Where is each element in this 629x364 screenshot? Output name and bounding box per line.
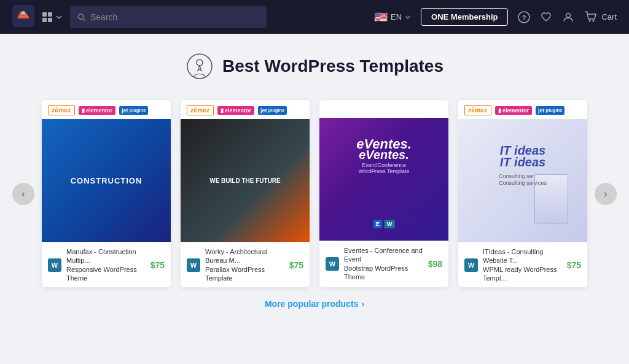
more-link-section: More popular products › — [12, 298, 617, 309]
product-badges: . — [319, 100, 448, 118]
product-price: $75 — [150, 260, 165, 270]
product-card[interactable]: zēmez ▮ elementor jetplugins IT ideas Co… — [458, 100, 587, 287]
carousel-prev-button[interactable]: ‹ — [12, 183, 34, 205]
svg-point-10 — [566, 13, 571, 17]
more-products-link[interactable]: More popular products › — [265, 299, 364, 309]
chevron-down-icon — [55, 14, 63, 21]
product-image-construction — [42, 119, 171, 242]
product-image-itideas: IT ideas Consulting services — [458, 119, 587, 242]
product-info: W Eventes - Conference and Event Bootstr… — [319, 241, 448, 286]
jet-badge: jetplugins — [258, 106, 287, 115]
logo[interactable] — [12, 5, 34, 29]
jet-badge: jetplugins — [119, 106, 148, 115]
svg-rect-3 — [48, 12, 52, 17]
membership-button[interactable]: ONE Membership — [421, 8, 508, 26]
product-badges: zēmez ▮ elementor jetplugins — [181, 100, 310, 119]
product-badges: zēmez ▮ elementor jetplugins — [458, 100, 587, 119]
product-badges: zēmez ▮ elementor jetplugins — [42, 100, 171, 119]
page-title: Best WordPress Templates — [222, 56, 443, 76]
product-name: Worky - Architectural Bureau M... Parall… — [205, 247, 284, 282]
product-image-worky — [181, 119, 310, 242]
more-products-label: More popular products — [265, 299, 358, 309]
product-info: W ITIdeas - Consulting Website T... WPML… — [458, 242, 587, 287]
svg-rect-2 — [42, 12, 47, 17]
svg-point-1 — [21, 11, 25, 15]
more-products-arrow: › — [361, 299, 364, 309]
header: 🇺🇸 EN ONE Membership ? — [0, 0, 629, 34]
product-price: $75 — [567, 260, 581, 270]
lang-label: EN — [391, 12, 402, 21]
search-icon — [77, 13, 85, 21]
flag-icon: 🇺🇸 — [374, 10, 388, 24]
product-card[interactable]: . eVentes. Event/ConferenceWordPress Tem… — [319, 100, 448, 287]
header-right: 🇺🇸 EN ONE Membership ? — [374, 8, 617, 26]
jet-badge: jetplugins — [536, 106, 565, 115]
wishlist-icon[interactable] — [540, 11, 552, 23]
product-name: Manufax - Construction Multip... Respons… — [66, 247, 146, 282]
svg-rect-4 — [42, 18, 47, 22]
svg-rect-5 — [48, 18, 52, 22]
product-name: ITIdeas - Consulting Website T... WPML r… — [483, 247, 562, 282]
search-bar[interactable] — [70, 6, 267, 28]
grid-menu[interactable] — [42, 12, 63, 23]
product-price: $98 — [428, 259, 442, 269]
svg-point-11 — [589, 20, 591, 21]
page-title-section: Best WordPress Templates — [12, 52, 617, 83]
user-icon[interactable] — [562, 11, 574, 23]
help-icon[interactable]: ? — [518, 11, 530, 23]
product-card[interactable]: zēmez ▮ elementor jetplugins W Worky - A… — [181, 100, 310, 287]
products-grid: zēmez ▮ elementor jetplugins W Manufax -… — [34, 100, 595, 287]
cart-label: Cart — [601, 12, 617, 21]
language-selector[interactable]: 🇺🇸 EN — [374, 10, 411, 24]
zemez-badge: zēmez — [464, 105, 491, 115]
carousel-next-button[interactable]: › — [595, 183, 617, 205]
wordpress-icon: W — [48, 258, 61, 272]
badge-icon — [186, 52, 214, 80]
svg-text:?: ? — [522, 14, 526, 21]
product-info: W Manufax - Construction Multip... Respo… — [42, 242, 171, 287]
svg-line-7 — [83, 18, 85, 20]
wordpress-icon: W — [326, 257, 339, 271]
search-input[interactable] — [90, 12, 259, 22]
main-content: Best WordPress Templates ‹ zēmez ▮ eleme… — [0, 34, 629, 364]
cart-icon — [584, 10, 598, 24]
cart-area[interactable]: Cart — [584, 10, 617, 24]
product-image-eventes: eVentes. Event/ConferenceWordPress Templ… — [319, 118, 448, 241]
elementor-badge: ▮ elementor — [79, 106, 116, 115]
elementor-badge: ▮ elementor — [217, 106, 255, 115]
product-price: $75 — [289, 260, 303, 270]
product-name: Eventes - Conference and Event Bootstrap… — [344, 246, 423, 281]
product-carousel: ‹ zēmez ▮ elementor jetplugins W Manufax… — [12, 100, 617, 287]
product-info: W Worky - Architectural Bureau M... Para… — [181, 242, 310, 287]
zemez-badge: zēmez — [48, 105, 75, 115]
zemez-badge: zēmez — [187, 105, 214, 115]
lang-chevron-icon — [405, 14, 411, 20]
elementor-badge: ▮ elementor — [495, 106, 533, 115]
wordpress-icon: W — [187, 258, 200, 272]
wordpress-icon: W — [464, 258, 478, 272]
svg-point-12 — [593, 20, 595, 21]
product-card[interactable]: zēmez ▮ elementor jetplugins W Manufax -… — [42, 100, 171, 287]
svg-point-6 — [78, 14, 83, 18]
